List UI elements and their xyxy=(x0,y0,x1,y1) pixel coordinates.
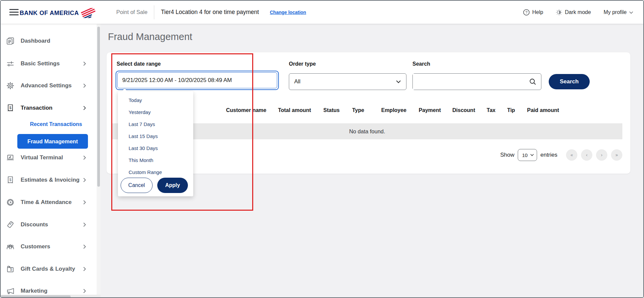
my-profile-menu[interactable]: My profile xyxy=(604,9,633,15)
chevron-right-icon xyxy=(83,289,86,293)
page-size-select[interactable]: 10 xyxy=(518,149,537,161)
help-icon: ? xyxy=(523,9,530,16)
column-header-customer-name[interactable]: Customer name xyxy=(226,107,267,113)
chevron-down-icon xyxy=(396,80,401,83)
main-content: Fraud Management Select date range Order… xyxy=(101,24,644,298)
sidebar-item-estimates-invoicing[interactable]: $ Estimates & Invoicing xyxy=(1,173,97,187)
date-option-last-15-days[interactable]: Last 15 Days xyxy=(118,130,193,142)
change-location-link[interactable]: Change location xyxy=(270,10,306,15)
first-page-button[interactable]: « xyxy=(566,149,577,161)
entries-label: entries xyxy=(540,152,557,158)
column-header-status[interactable]: Status xyxy=(323,107,340,113)
app-window: BANK OF AMERICA Point of Sale Tier4 Loca… xyxy=(0,0,644,298)
megaphone-icon xyxy=(5,287,15,295)
invoice-icon: $ xyxy=(5,176,15,184)
chevron-right-icon xyxy=(83,244,86,249)
date-range-field-focus-ring xyxy=(116,71,279,90)
show-label: Show xyxy=(500,152,514,158)
svg-text:$: $ xyxy=(9,178,11,182)
sidebar-nav: Dashboard Basic Settings xyxy=(1,24,101,298)
receipt-icon: $ xyxy=(5,104,15,112)
sidebar-scrollbar-thumb[interactable] xyxy=(97,27,100,187)
next-page-button[interactable]: › xyxy=(596,149,607,161)
no-data-message: No data found. xyxy=(349,128,385,135)
order-type-value: All xyxy=(294,78,396,85)
gift-icon: $ xyxy=(5,265,15,273)
column-header-discount[interactable]: Discount xyxy=(452,107,475,113)
chevron-right-icon xyxy=(83,155,86,160)
chevron-right-icon xyxy=(83,83,86,88)
sliders-icon xyxy=(5,59,15,68)
sidebar-item-dashboard[interactable]: Dashboard xyxy=(1,34,97,48)
column-header-tax[interactable]: Tax xyxy=(487,107,495,113)
sidebar-item-gift-cards-loyalty[interactable]: $ Gift Cards & Loyalty xyxy=(1,262,97,276)
date-option-yesterday[interactable]: Yesterday xyxy=(118,106,193,118)
gear-icon xyxy=(5,81,15,90)
page-title: Fraud Management xyxy=(108,31,192,42)
people-icon xyxy=(5,242,15,251)
date-option-custom-range[interactable]: Custom Range xyxy=(118,166,193,178)
date-option-today[interactable]: Today xyxy=(118,94,193,106)
order-type-label: Order type xyxy=(289,61,316,67)
chevron-right-icon xyxy=(83,106,86,110)
search-field xyxy=(412,73,541,90)
sidebar-item-basic-settings[interactable]: Basic Settings xyxy=(1,57,97,70)
apply-button[interactable]: Apply xyxy=(157,178,188,193)
column-header-paid-amount[interactable]: Paid amount xyxy=(527,107,559,113)
cancel-button[interactable]: Cancel xyxy=(121,178,153,193)
date-option-this-month[interactable]: This Month xyxy=(118,154,193,166)
dark-mode-toggle[interactable]: Dark mode xyxy=(556,9,591,16)
chevron-right-icon xyxy=(83,61,86,66)
column-header-employee[interactable]: Employee xyxy=(381,107,406,113)
date-range-dropdown: Today Yesterday Last 7 Days Last 15 Days… xyxy=(118,91,193,196)
sidebar-item-time-attendance[interactable]: Time & Attendance xyxy=(1,196,97,209)
date-option-last-7-days[interactable]: Last 7 Days xyxy=(118,118,193,130)
svg-text:$: $ xyxy=(9,106,11,110)
chevron-down-icon xyxy=(530,154,534,156)
bank-of-america-logo[interactable]: BANK OF AMERICA xyxy=(20,8,96,18)
sidebar-subitem-fraud-management[interactable]: Fraud Management xyxy=(17,134,88,149)
search-label: Search xyxy=(412,61,430,67)
location-name: Tier4 Location 4 for one time payment xyxy=(161,9,259,16)
sidebar-item-advanced-settings[interactable]: Advanced Settings xyxy=(1,79,97,92)
dashboard-icon xyxy=(5,37,15,45)
page-size-value: 10 xyxy=(522,152,528,158)
chevron-down-icon xyxy=(629,11,633,14)
column-header-total-amount[interactable]: Total amount xyxy=(278,107,311,113)
chevron-right-icon xyxy=(83,178,86,182)
bofa-flag-icon xyxy=(81,8,96,18)
sidebar-item-customers[interactable]: Customers xyxy=(1,240,97,253)
brand-name: BANK OF AMERICA xyxy=(20,10,79,17)
sidebar-item-discounts[interactable]: * Discounts xyxy=(1,218,97,231)
column-header-tip[interactable]: Tip xyxy=(507,107,515,113)
order-type-select[interactable]: All xyxy=(289,73,406,90)
sidebar-subitem-recent-transactions[interactable]: Recent Transactions xyxy=(30,119,93,129)
date-range-input[interactable] xyxy=(117,72,277,88)
date-range-label: Select date range xyxy=(117,61,161,67)
previous-page-button[interactable]: ‹ xyxy=(581,149,592,161)
sidebar-scrollbar[interactable] xyxy=(97,24,101,295)
sidebar-horizontal-scrollbar[interactable] xyxy=(1,295,101,298)
date-option-last-30-days[interactable]: Last 30 Days xyxy=(118,142,193,154)
hamburger-menu-icon[interactable] xyxy=(9,9,19,16)
laptop-icon xyxy=(5,153,15,162)
chevron-right-icon xyxy=(83,267,86,271)
sidebar-horizontal-scrollbar-thumb[interactable] xyxy=(1,295,71,298)
column-header-type[interactable]: Type xyxy=(352,107,364,113)
dark-mode-icon xyxy=(556,9,562,16)
search-icon[interactable] xyxy=(529,78,536,85)
tag-icon: * xyxy=(5,220,15,229)
help-button[interactable]: ? Help xyxy=(523,9,543,16)
top-header: BANK OF AMERICA Point of Sale Tier4 Loca… xyxy=(1,1,643,24)
search-button[interactable]: Search xyxy=(549,74,590,89)
column-header-payment[interactable]: Payment xyxy=(419,107,441,113)
sidebar-item-transaction[interactable]: $ Transaction xyxy=(1,101,97,115)
svg-text:*: * xyxy=(9,222,11,227)
pagination-bar: Show 10 entries « ‹ › » xyxy=(500,149,622,161)
sidebar-item-virtual-terminal[interactable]: Virtual Terminal xyxy=(1,151,97,164)
header-divider xyxy=(154,5,154,19)
last-page-button[interactable]: » xyxy=(611,149,622,161)
search-input[interactable] xyxy=(413,74,529,90)
svg-text:?: ? xyxy=(525,10,527,14)
chevron-right-icon xyxy=(83,222,86,227)
